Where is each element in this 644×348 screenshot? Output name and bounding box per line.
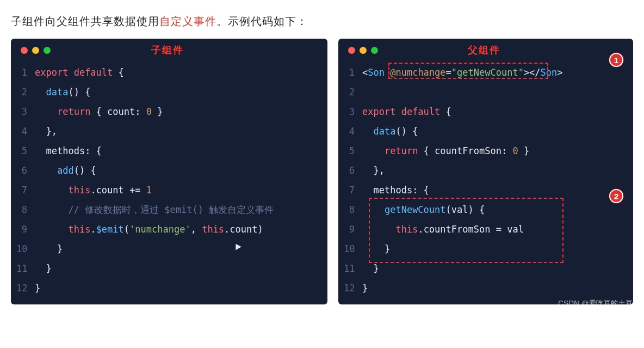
line-number: 12 [16,278,35,298]
minimize-icon [360,47,367,54]
line-number: 11 [16,259,35,278]
maximize-icon [44,47,51,54]
child-component-panel: 子组件 1export default {2 data() {3 return … [11,39,327,304]
code-line: } [362,239,624,259]
code-line: add() { [35,161,319,180]
line-number: 3 [344,102,362,121]
line-number: 8 [344,200,362,219]
line-number: 9 [16,219,35,239]
line-number: 8 [16,200,35,219]
heading-post: 。示例代码如下： [216,15,308,27]
line-number: 4 [344,121,362,141]
panels: 子组件 1export default {2 data() {3 return … [11,39,633,304]
window-titlebar: 父组件 [344,46,624,54]
line-number: 2 [344,82,362,102]
code-line: this.count += 1 [35,180,319,200]
line-number: 2 [16,82,35,102]
code-line: // 修改数据时，通过 $emit() 触发自定义事件 [35,200,319,219]
traffic-lights [21,47,51,54]
heading-highlight: 自定义事件 [159,15,216,27]
watermark: CSDN @爱吃豆的土豆 [558,300,633,304]
code-line: return { countFromSon: 0 } [362,141,624,161]
line-number: 11 [344,259,362,278]
line-number: 5 [344,141,362,161]
close-icon [348,47,355,54]
line-number: 6 [344,161,362,180]
line-number: 5 [16,141,35,161]
code-line: }, [362,161,624,180]
code-line: data() { [362,121,624,141]
code-line: methods: { [362,180,624,200]
code-line: data() { [35,82,319,102]
callout-badge-2: 2 [609,189,623,203]
line-number: 6 [16,161,35,180]
line-number: 4 [16,121,35,141]
code-line: } [362,259,624,278]
code-line: this.countFromSon = val [362,219,624,239]
code-line: return { count: 0 } [35,102,319,121]
code-line: methods: { [35,141,319,161]
code-line: }, [35,121,319,141]
code-line: } [35,239,319,259]
code-block: 1export default {2 data() {3 return { co… [16,63,319,298]
line-number: 10 [16,239,35,259]
parent-component-panel: 父组件 1<Son @numchange="getNewCount"></Son… [338,39,633,304]
callout-badge-1: 1 [609,53,623,67]
window-titlebar: 子组件 [16,46,319,54]
code-line [362,82,624,102]
minimize-icon [32,47,39,54]
traffic-lights [348,47,378,54]
panel-title: 子组件 [16,45,319,55]
line-number: 9 [344,219,362,239]
code-line: <Son @numchange="getNewCount"></Son> [362,63,624,82]
code-line: export default { [35,63,319,82]
code-line: } [362,278,624,298]
line-number: 12 [344,278,362,298]
code-block: 1<Son @numchange="getNewCount"></Son>23e… [344,63,624,298]
close-icon [21,47,28,54]
code-line: this.$emit('numchange', this.count) [35,219,319,239]
panel-title: 父组件 [344,45,624,55]
code-line: getNewCount(val) { [362,200,624,219]
line-number: 7 [16,180,35,200]
maximize-icon [371,47,378,54]
line-number: 3 [16,102,35,121]
line-number: 1 [344,63,362,82]
code-line: } [35,259,319,278]
heading-pre: 子组件向父组件共享数据使用 [11,15,159,27]
code-line: export default { [362,102,624,121]
line-number: 7 [344,180,362,200]
line-number: 1 [16,63,35,82]
line-number: 10 [344,239,362,259]
code-line: } [35,278,319,298]
page-heading: 子组件向父组件共享数据使用自定义事件。示例代码如下： [11,14,633,29]
